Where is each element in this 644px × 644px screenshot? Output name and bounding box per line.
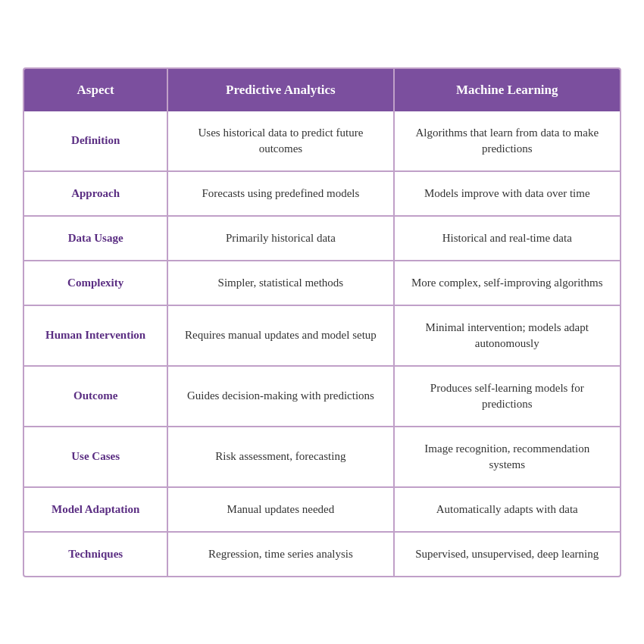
cell-aspect: Use Cases bbox=[24, 427, 167, 487]
comparison-table-wrapper: Aspect Predictive Analytics Machine Lear… bbox=[23, 67, 621, 577]
cell-predictive: Simpler, statistical methods bbox=[167, 261, 393, 305]
cell-aspect: Outcome bbox=[24, 366, 167, 427]
cell-ml: Historical and real-time data bbox=[394, 216, 621, 261]
cell-predictive: Primarily historical data bbox=[167, 216, 393, 261]
cell-predictive: Risk assessment, forecasting bbox=[167, 427, 393, 487]
header-predictive: Predictive Analytics bbox=[167, 69, 393, 111]
cell-ml: Supervised, unsupervised, deep learning bbox=[394, 532, 621, 576]
cell-aspect: Human Intervention bbox=[24, 305, 167, 366]
header-ml: Machine Learning bbox=[394, 69, 621, 111]
table-row: ComplexitySimpler, statistical methodsMo… bbox=[24, 261, 620, 305]
table-row: Data UsagePrimarily historical dataHisto… bbox=[24, 216, 620, 261]
cell-aspect: Complexity bbox=[24, 261, 167, 305]
cell-ml: Produces self-learning models for predic… bbox=[394, 366, 621, 427]
cell-ml: Models improve with data over time bbox=[394, 171, 621, 216]
cell-predictive: Regression, time series analysis bbox=[167, 532, 393, 576]
cell-aspect: Model Adaptation bbox=[24, 487, 167, 532]
cell-aspect: Approach bbox=[24, 171, 167, 216]
cell-ml: Image recognition, recommendation system… bbox=[394, 427, 621, 487]
table-row: OutcomeGuides decision-making with predi… bbox=[24, 366, 620, 427]
table-row: TechniquesRegression, time series analys… bbox=[24, 532, 620, 576]
cell-predictive: Requires manual updates and model setup bbox=[167, 305, 393, 366]
cell-ml: Automatically adapts with data bbox=[394, 487, 621, 532]
cell-predictive: Guides decision-making with predictions bbox=[167, 366, 393, 427]
table-row: Use CasesRisk assessment, forecastingIma… bbox=[24, 427, 620, 487]
cell-aspect: Techniques bbox=[24, 532, 167, 576]
cell-predictive: Manual updates needed bbox=[167, 487, 393, 532]
cell-aspect: Data Usage bbox=[24, 216, 167, 261]
cell-aspect: Definition bbox=[24, 111, 167, 171]
table-header-row: Aspect Predictive Analytics Machine Lear… bbox=[24, 69, 620, 111]
table-row: ApproachForecasts using predefined model… bbox=[24, 171, 620, 216]
table-row: Model AdaptationManual updates neededAut… bbox=[24, 487, 620, 532]
cell-predictive: Forecasts using predefined models bbox=[167, 171, 393, 216]
cell-ml: More complex, self-improving algorithms bbox=[394, 261, 621, 305]
cell-ml: Minimal intervention; models adapt auton… bbox=[394, 305, 621, 366]
header-aspect: Aspect bbox=[24, 69, 167, 111]
table-row: Human InterventionRequires manual update… bbox=[24, 305, 620, 366]
comparison-table: Aspect Predictive Analytics Machine Lear… bbox=[24, 69, 620, 576]
cell-ml: Algorithms that learn from data to make … bbox=[394, 111, 621, 171]
table-row: DefinitionUses historical data to predic… bbox=[24, 111, 620, 171]
cell-predictive: Uses historical data to predict future o… bbox=[167, 111, 393, 171]
